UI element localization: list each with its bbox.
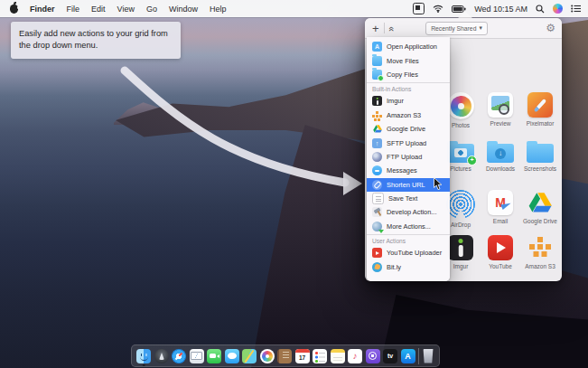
grid-item-screenshots[interactable]: Screenshots bbox=[520, 139, 560, 172]
messages-icon bbox=[372, 165, 382, 175]
apple-menu-icon[interactable] bbox=[10, 5, 18, 14]
menu-help[interactable]: Help bbox=[210, 5, 227, 14]
menu-item-ftp-upload[interactable]: FTP Upload bbox=[367, 150, 450, 164]
filter-value: Recently Shared bbox=[431, 25, 476, 32]
add-action-button[interactable]: + bbox=[372, 23, 379, 34]
pictures-folder-icon: + bbox=[447, 144, 474, 163]
develop-action-hammer-icon bbox=[372, 207, 382, 217]
dock-contacts-icon[interactable] bbox=[277, 349, 292, 363]
menu-bar: Finder File Edit View Go Window Help Wed… bbox=[0, 0, 588, 17]
grid-item-downloads[interactable]: Downloads bbox=[481, 139, 520, 172]
downloads-folder-icon bbox=[487, 144, 514, 163]
copy-files-folder-icon bbox=[372, 70, 382, 80]
dock-separator bbox=[418, 348, 419, 364]
wifi-icon[interactable] bbox=[433, 5, 443, 13]
sftp-upload-icon bbox=[372, 138, 382, 148]
menu-item-save-text[interactable]: Save Text bbox=[367, 192, 450, 205]
dock-music-icon[interactable] bbox=[348, 349, 362, 363]
menu-item-move-files[interactable]: Move Files bbox=[367, 53, 450, 67]
amazon-s3-icon bbox=[372, 110, 382, 120]
dock-notes-icon[interactable] bbox=[331, 349, 345, 363]
dock-trash-icon[interactable] bbox=[423, 349, 434, 363]
grid-item-email[interactable]: Email bbox=[481, 190, 520, 228]
imgur-icon bbox=[448, 235, 473, 260]
screenshots-folder-icon bbox=[527, 144, 554, 163]
move-files-folder-icon bbox=[372, 56, 382, 66]
grid-row-3: AirDrop Email Google Drive bbox=[441, 190, 562, 228]
menu-divider bbox=[367, 234, 450, 235]
grid-row-2: + Pictures Downloads Screenshots bbox=[441, 139, 562, 172]
youtube-icon bbox=[488, 235, 513, 260]
dock-facetime-icon[interactable] bbox=[207, 349, 221, 363]
menu-bar-status: Wed 10:15 AM bbox=[413, 3, 588, 14]
menu-item-bitly[interactable]: Bit.ly bbox=[367, 259, 450, 273]
section-user-actions: User Actions bbox=[367, 236, 450, 246]
menu-item-youtube-uploader[interactable]: YouTube Uploader bbox=[367, 246, 450, 259]
dock-calendar-icon[interactable]: 17 bbox=[295, 349, 310, 363]
menu-view[interactable]: View bbox=[117, 5, 135, 14]
email-icon bbox=[488, 190, 513, 215]
popover-toolbar: + « Recently Shared ▾ ⚙ bbox=[365, 18, 562, 39]
dock-reminders-icon[interactable] bbox=[313, 349, 327, 363]
filter-dropdown[interactable]: Recently Shared ▾ bbox=[425, 22, 488, 35]
grid-row-1: Photos Preview Pixelmator bbox=[441, 92, 562, 128]
grid-item-pixelmator[interactable]: Pixelmator bbox=[520, 92, 560, 128]
dock-safari-icon[interactable] bbox=[172, 349, 186, 363]
more-actions-icon bbox=[372, 222, 382, 231]
add-action-dropdown-menu: Open Application Move Files Copy Files B… bbox=[367, 37, 450, 281]
dock-app-store-icon[interactable] bbox=[401, 349, 415, 363]
dock-messages-icon[interactable] bbox=[225, 349, 239, 363]
imgur-icon bbox=[372, 96, 382, 106]
photos-icon bbox=[447, 92, 474, 119]
dock-tv-icon[interactable] bbox=[383, 349, 397, 363]
dock-podcasts-icon[interactable] bbox=[366, 349, 380, 363]
menu-file[interactable]: File bbox=[67, 5, 80, 14]
grid-item-youtube[interactable]: YouTube bbox=[481, 235, 520, 269]
menu-item-more-actions[interactable]: More Actions... bbox=[367, 220, 450, 233]
desktop: Easily add new actions to your grid from… bbox=[0, 0, 588, 368]
gear-icon[interactable]: ⚙ bbox=[546, 23, 555, 33]
airdrop-icon bbox=[446, 190, 475, 219]
pixelmator-icon bbox=[527, 92, 553, 118]
open-application-icon bbox=[372, 42, 382, 52]
dock-maps-icon[interactable] bbox=[242, 349, 257, 363]
dock-mail-icon[interactable] bbox=[190, 349, 204, 363]
menu-item-develop-action[interactable]: Develop Action... bbox=[367, 205, 450, 219]
add-badge-icon: + bbox=[467, 156, 477, 165]
collapse-button[interactable]: « bbox=[386, 26, 396, 31]
menu-go[interactable]: Go bbox=[146, 5, 157, 14]
siri-icon[interactable] bbox=[553, 4, 563, 14]
notification-center-icon[interactable] bbox=[571, 5, 581, 13]
grid-item-preview[interactable]: Preview bbox=[481, 92, 520, 128]
dock: 17 bbox=[131, 344, 440, 367]
active-app-menu[interactable]: Finder bbox=[30, 5, 55, 14]
menu-item-open-application[interactable]: Open Application bbox=[367, 40, 450, 53]
menu-item-sftp-upload[interactable]: SFTP Upload bbox=[367, 136, 450, 149]
toolbar-divider bbox=[384, 23, 385, 33]
dock-photos-icon[interactable] bbox=[260, 349, 275, 363]
menu-bar-clock[interactable]: Wed 10:15 AM bbox=[474, 5, 527, 14]
spotlight-icon[interactable] bbox=[536, 5, 545, 14]
menu-item-google-drive[interactable]: Google Drive bbox=[367, 122, 450, 136]
menu-bar-left: Finder File Edit View Go Window Help bbox=[0, 5, 226, 14]
grid-item-amazon-s3[interactable]: Amazon S3 bbox=[520, 235, 560, 269]
menu-item-messages[interactable]: Messages bbox=[367, 164, 450, 177]
menu-edit[interactable]: Edit bbox=[91, 5, 106, 14]
menu-item-amazon-s3[interactable]: Amazon S3 bbox=[367, 109, 450, 122]
menu-divider bbox=[367, 82, 450, 83]
bitly-icon bbox=[372, 262, 382, 272]
menu-item-imgur[interactable]: Imgur bbox=[367, 94, 450, 108]
grid-item-google-drive[interactable]: Google Drive bbox=[520, 190, 560, 228]
grid-row-4: Imgur YouTube Amazon S3 bbox=[441, 235, 562, 269]
calendar-day: 17 bbox=[299, 354, 305, 361]
dropshare-menubar-icon[interactable] bbox=[413, 3, 425, 14]
youtube-uploader-icon bbox=[372, 248, 382, 258]
coachmark-text: Easily add new actions to your grid from… bbox=[19, 29, 168, 50]
menu-item-copy-files[interactable]: Copy Files bbox=[367, 68, 450, 81]
menu-window[interactable]: Window bbox=[169, 5, 198, 14]
section-built-in-actions: Built-in Actions bbox=[367, 84, 450, 94]
dock-finder-icon[interactable] bbox=[136, 349, 151, 363]
dock-launchpad-icon[interactable] bbox=[154, 349, 169, 363]
battery-icon[interactable] bbox=[452, 5, 466, 13]
amazon-s3-icon bbox=[527, 235, 553, 260]
